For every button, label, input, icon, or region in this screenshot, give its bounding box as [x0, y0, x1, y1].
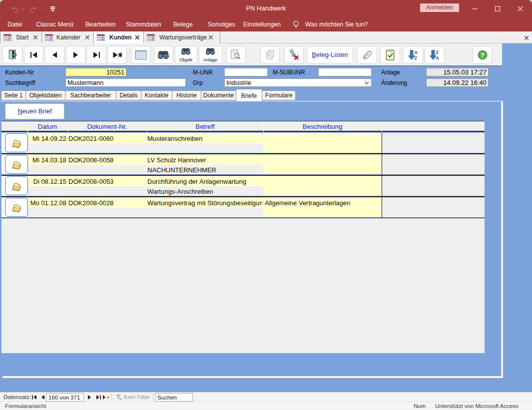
- svg-text:A: A: [436, 55, 440, 60]
- svg-text:A: A: [415, 50, 418, 55]
- svg-text:Z: Z: [436, 50, 439, 55]
- svg-text:?: ?: [481, 51, 485, 59]
- svg-text:Z: Z: [415, 55, 418, 60]
